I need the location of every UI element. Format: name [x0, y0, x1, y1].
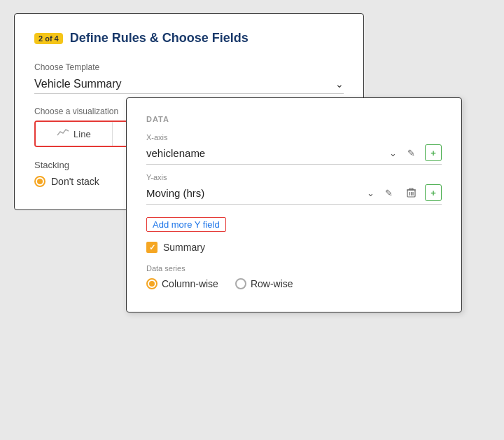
series-options: Column-wise Row-wise: [146, 278, 442, 289]
viz-label-line: Line: [74, 129, 91, 139]
template-dropdown[interactable]: Vehicle Summary ⌄: [34, 75, 344, 94]
y-axis-row: Moving (hrs) ⌄ ✎ +: [146, 184, 442, 205]
radio-row-wise-outer: [235, 278, 246, 289]
series-row-wise-label: Row-wise: [251, 278, 293, 289]
radio-column-wise-inner: [149, 281, 155, 287]
radio-column-wise-outer: [146, 278, 158, 289]
y-axis-add-button[interactable]: +: [425, 184, 442, 201]
front-card: DATA X-axis vehiclename ⌄ ✎ + Y-axis Mov…: [126, 97, 462, 312]
add-y-field-button[interactable]: Add more Y field: [146, 217, 226, 232]
summary-row[interactable]: ✓ Summary: [146, 242, 442, 253]
radio-dont-stack-outer: [34, 176, 46, 187]
template-dropdown-arrow: ⌄: [335, 78, 344, 90]
y-axis-dropdown-arrow[interactable]: ⌄: [367, 188, 374, 198]
stacking-dont-stack-label: Don't stack: [51, 176, 99, 187]
series-column-wise-label: Column-wise: [162, 278, 218, 289]
y-axis-delete-button[interactable]: [402, 184, 419, 201]
svg-rect-12: [410, 188, 413, 190]
choose-template-label: Choose Template: [34, 62, 344, 72]
x-axis-label: X-axis: [146, 133, 442, 142]
viz-option-line[interactable]: Line: [36, 122, 113, 146]
x-axis-value: vehiclename: [146, 147, 384, 159]
step-number: 2 of 4: [34, 33, 63, 44]
x-axis-edit-button[interactable]: ✎: [402, 144, 419, 161]
series-option-column-wise[interactable]: Column-wise: [146, 278, 218, 289]
data-series-label: Data series: [146, 264, 442, 273]
step-title: Define Rules & Choose Fields: [70, 31, 248, 46]
template-value: Vehicle Summary: [34, 78, 122, 90]
x-axis-row: vehiclename ⌄ ✎ +: [146, 144, 442, 165]
line-icon: [57, 128, 69, 140]
summary-label: Summary: [163, 242, 205, 253]
x-axis-add-button[interactable]: +: [425, 144, 442, 161]
y-axis-label: Y-axis: [146, 173, 442, 181]
y-axis-value: Moving (hrs): [146, 187, 361, 199]
data-section-title: DATA: [146, 115, 442, 123]
series-option-row-wise[interactable]: Row-wise: [235, 278, 293, 289]
y-axis-edit-button[interactable]: ✎: [380, 184, 397, 201]
x-axis-dropdown-arrow[interactable]: ⌄: [389, 148, 397, 158]
radio-dont-stack-inner: [37, 179, 43, 184]
step-badge: 2 of 4 Define Rules & Choose Fields: [34, 31, 248, 46]
summary-checkbox[interactable]: ✓: [146, 242, 158, 253]
data-series-section: Data series Column-wise Row-wise: [146, 264, 442, 289]
